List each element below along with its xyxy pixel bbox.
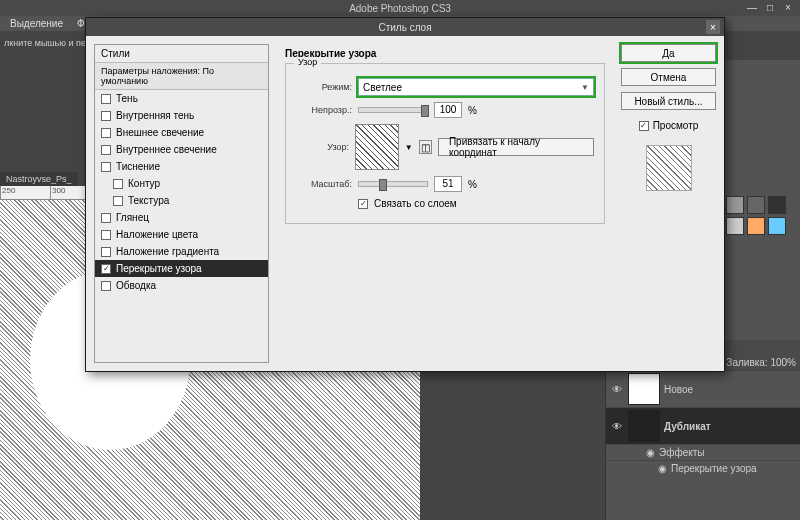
snap-origin-button[interactable]: Привязать к началу координат (438, 138, 594, 156)
styles-list: Стили Параметры наложения: По умолчанию … (94, 44, 269, 363)
style-item[interactable]: Наложение цвета (95, 226, 268, 243)
style-label: Контур (128, 178, 160, 189)
swatch[interactable] (726, 217, 744, 235)
style-label: Наложение градиента (116, 246, 219, 257)
style-label: Тень (116, 93, 138, 104)
style-label: Перекрытие узора (116, 263, 202, 274)
ok-button[interactable]: Да (621, 44, 716, 62)
pattern-picker[interactable] (355, 124, 399, 170)
style-item[interactable]: Тиснение (95, 158, 268, 175)
document-tab[interactable]: Nastroyvse_Ps_ (0, 172, 78, 186)
swatch[interactable] (768, 217, 786, 235)
new-preset-button[interactable]: ◫ (419, 140, 432, 154)
style-checkbox[interactable] (101, 281, 111, 291)
cancel-button[interactable]: Отмена (621, 68, 716, 86)
style-checkbox[interactable] (113, 196, 123, 206)
link-layer-checkbox[interactable]: ✓ (358, 199, 368, 209)
scale-label: Масштаб: (296, 179, 352, 189)
opacity-input[interactable]: 100 (434, 102, 462, 118)
fx-icon: ◉ (646, 447, 655, 458)
mode-label: Режим: (296, 82, 352, 92)
fx-icon: ◉ (658, 463, 667, 474)
style-label: Наложение цвета (116, 229, 198, 240)
style-checkbox[interactable] (101, 230, 111, 240)
new-style-button[interactable]: Новый стиль... (621, 92, 716, 110)
blending-options[interactable]: Параметры наложения: По умолчанию (95, 63, 268, 90)
opacity-slider[interactable] (358, 107, 428, 113)
style-label: Текстура (128, 195, 169, 206)
layer-thumb[interactable] (628, 373, 660, 405)
style-label: Тиснение (116, 161, 160, 172)
style-item[interactable]: Наложение градиента (95, 243, 268, 260)
blend-mode-select[interactable]: Светлее ▼ (358, 78, 594, 96)
section-title: Перекрытие узора (285, 48, 605, 59)
layer-fx-item[interactable]: ◉ Перекрытие узора (606, 460, 800, 476)
layer-name: Дубликат (664, 421, 711, 432)
style-label: Глянец (116, 212, 149, 223)
styles-header[interactable]: Стили (95, 45, 268, 63)
minimize-icon[interactable]: — (744, 1, 760, 13)
style-label: Внешнее свечение (116, 127, 204, 138)
style-item[interactable]: Внутреннее свечение (95, 141, 268, 158)
style-checkbox[interactable]: ✓ (101, 264, 111, 274)
style-item[interactable]: Тень (95, 90, 268, 107)
style-item[interactable]: Контур (95, 175, 268, 192)
preview-checkbox[interactable]: ✓ (639, 121, 649, 131)
style-label: Внутреннее свечение (116, 144, 217, 155)
layer-style-dialog: Стиль слоя × Стили Параметры наложения: … (85, 17, 725, 372)
style-checkbox[interactable] (101, 145, 111, 155)
dialog-title: Стиль слоя (378, 22, 431, 33)
menu-item[interactable]: Выделение (10, 18, 63, 29)
style-label: Обводка (116, 280, 156, 291)
chevron-down-icon: ▼ (581, 83, 589, 92)
pattern-label: Узор: (296, 142, 349, 152)
fieldset-legend: Узор (294, 57, 321, 67)
style-checkbox[interactable] (101, 94, 111, 104)
style-checkbox[interactable] (101, 111, 111, 121)
style-item[interactable]: Внешнее свечение (95, 124, 268, 141)
options-hint: лкните мышью и пер (4, 38, 91, 48)
layer-row[interactable]: 👁 Новое (606, 370, 800, 407)
close-icon[interactable]: × (706, 20, 720, 34)
swatch[interactable] (768, 196, 786, 214)
layer-name: Новое (664, 384, 693, 395)
preview-swatch (646, 145, 692, 191)
style-item[interactable]: Внутренняя тень (95, 107, 268, 124)
style-item[interactable]: Глянец (95, 209, 268, 226)
close-icon[interactable]: × (780, 1, 796, 13)
style-item[interactable]: ✓Перекрытие узора (95, 260, 268, 277)
style-item[interactable]: Текстура (95, 192, 268, 209)
maximize-icon[interactable]: □ (762, 1, 778, 13)
preview-label: Просмотр (653, 120, 699, 131)
scale-slider[interactable] (358, 181, 428, 187)
app-title: Adobe Photoshop CS3 (349, 3, 451, 14)
link-layer-label: Связать со слоем (374, 198, 457, 209)
visibility-icon[interactable]: 👁 (610, 421, 624, 432)
style-checkbox[interactable] (113, 179, 123, 189)
opacity-label: Непрозр.: (296, 105, 352, 115)
layer-thumb[interactable] (628, 410, 660, 442)
chevron-down-icon[interactable]: ▼ (405, 143, 413, 152)
visibility-icon[interactable]: 👁 (610, 384, 624, 395)
style-checkbox[interactable] (101, 162, 111, 172)
style-checkbox[interactable] (101, 213, 111, 223)
style-checkbox[interactable] (101, 247, 111, 257)
scale-input[interactable]: 51 (434, 176, 462, 192)
style-checkbox[interactable] (101, 128, 111, 138)
swatch[interactable] (747, 196, 765, 214)
layer-fx[interactable]: ◉ Эффекты (606, 444, 800, 460)
swatch[interactable] (747, 217, 765, 235)
swatch[interactable] (726, 196, 744, 214)
style-label: Внутренняя тень (116, 110, 194, 121)
layer-row[interactable]: 👁 Дубликат (606, 407, 800, 444)
style-item[interactable]: Обводка (95, 277, 268, 294)
